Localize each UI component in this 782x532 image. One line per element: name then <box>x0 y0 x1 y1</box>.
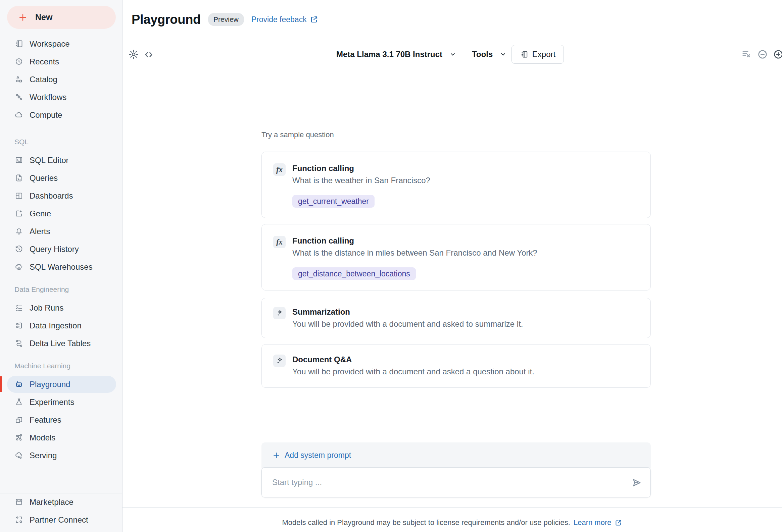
sample-card-function-calling[interactable]: fxFunction callingWhat is the distance i… <box>261 224 651 291</box>
sidebar-item-marketplace[interactable]: Marketplace <box>0 493 122 511</box>
add-system-prompt-button[interactable]: Add system prompt <box>272 451 351 460</box>
cloud-icon <box>14 110 24 119</box>
history-clock-icon <box>14 244 24 254</box>
sample-question-hint: Try a sample question <box>261 130 334 139</box>
sidebar-item-dashboards[interactable]: Dashboards <box>0 187 122 204</box>
code-view-icon[interactable] <box>143 49 154 60</box>
remove-pane-icon[interactable] <box>757 49 768 60</box>
sidebar-item-label: Query History <box>30 244 79 254</box>
clock-icon <box>14 57 24 66</box>
function-icon: fx <box>273 163 286 176</box>
sidebar-item-job-runs[interactable]: Job Runs <box>0 299 122 317</box>
sample-card-document-q-a[interactable]: Document Q&AYou will be provided with a … <box>261 344 651 388</box>
notebook-export-icon <box>520 50 529 59</box>
sidebar-item-catalog[interactable]: Catalog <box>0 70 122 88</box>
provide-feedback-link[interactable]: Provide feeback <box>251 15 319 24</box>
preview-badge: Preview <box>208 13 244 26</box>
sql-editor-icon <box>14 156 24 165</box>
sidebar-item-query-history[interactable]: Query History <box>0 240 122 258</box>
learn-more-link[interactable]: Learn more <box>574 518 611 527</box>
sidebar-item-workflows[interactable]: Workflows <box>0 88 122 106</box>
cloud-serving-icon <box>14 451 24 460</box>
sidebar-item-partner-connect[interactable]: Partner Connect <box>0 511 122 529</box>
clear-history-icon[interactable] <box>741 49 752 60</box>
chat-input[interactable] <box>262 467 650 497</box>
card-title: Document Q&A <box>292 354 534 365</box>
feature-boxes-icon <box>14 415 24 424</box>
sidebar-item-label: Genie <box>30 209 51 218</box>
sidebar-item-label: Delta Live Tables <box>30 339 91 348</box>
chevron-down-icon <box>449 51 456 58</box>
model-selector-label: Meta Llama 3.1 70B Instruct <box>336 50 442 59</box>
notebook-icon <box>14 39 24 48</box>
footer-divider <box>122 507 782 507</box>
sample-card-function-calling[interactable]: fxFunction callingWhat is the weather in… <box>261 152 651 218</box>
add-pane-icon[interactable] <box>773 49 782 60</box>
sparkles-icon <box>273 307 286 319</box>
section-header-data-engineering: Data Engineering <box>0 280 122 299</box>
sidebar-item-recents[interactable]: Recents <box>0 53 122 70</box>
sidebar-item-compute[interactable]: Compute <box>0 106 122 124</box>
pipeline-icon <box>14 339 24 348</box>
session-controls <box>741 49 782 60</box>
sidebar-item-experiments[interactable]: Experiments <box>0 393 122 411</box>
sidebar-item-models[interactable]: Models <box>0 429 122 447</box>
sidebar-item-label: Workflows <box>30 92 66 102</box>
page-title: Playground <box>132 12 201 27</box>
sidebar-item-sql-editor[interactable]: SQL Editor <box>0 151 122 169</box>
export-button-label: Export <box>532 50 556 59</box>
external-link-icon <box>310 15 319 24</box>
tools-selector[interactable]: Tools <box>472 50 507 59</box>
chevron-down-icon <box>499 51 507 58</box>
sidebar-item-playground[interactable]: Playground <box>0 375 122 393</box>
sidebar-item-label: Marketplace <box>30 497 73 507</box>
section-header-sql: SQL <box>0 132 122 151</box>
sidebar-item-alerts[interactable]: Alerts <box>0 222 122 240</box>
sidebar-item-label: Features <box>30 415 62 425</box>
page-header: Playground Preview Provide feeback <box>122 0 782 39</box>
toolbar: Meta Llama 3.1 70B Instruct Tools <box>336 45 507 64</box>
card-title: Function calling <box>292 163 430 174</box>
card-title: Summarization <box>292 307 523 317</box>
sidebar-item-features[interactable]: Features <box>0 411 122 429</box>
sidebar-item-label: Job Runs <box>30 303 64 313</box>
sample-card-summarization[interactable]: SummarizationYou will be provided with a… <box>261 298 651 338</box>
chat-input-container <box>261 467 651 497</box>
sidebar-item-label: Alerts <box>30 227 50 236</box>
add-system-prompt-label: Add system prompt <box>285 451 351 460</box>
sidebar-item-queries[interactable]: Queries <box>0 169 122 187</box>
sidebar-bottom-nav: MarketplacePartner Connect <box>0 493 122 529</box>
sidebar-item-label: Serving <box>30 451 57 460</box>
partner-connect-icon <box>14 515 24 524</box>
send-button[interactable] <box>631 477 642 488</box>
main-area: Playground Preview Provide feeback Meta … <box>122 0 782 532</box>
footer-notice: Models called in Playground may be subje… <box>282 518 570 527</box>
sidebar-item-label: SQL Warehouses <box>30 262 93 272</box>
sidebar-item-label: Dashboards <box>30 191 73 200</box>
bell-icon <box>14 227 24 236</box>
external-link-icon <box>614 519 622 527</box>
model-selector[interactable]: Meta Llama 3.1 70B Instruct <box>336 50 456 59</box>
sidebar-item-genie[interactable]: Genie <box>0 204 122 222</box>
sidebar-item-label: Models <box>30 433 56 443</box>
sidebar-item-sql-warehouses[interactable]: SQL Warehouses <box>0 258 122 276</box>
sidebar-item-label: Queries <box>30 174 58 183</box>
checklist-icon <box>14 303 24 312</box>
sidebar-item-data-ingestion[interactable]: Data Ingestion <box>0 317 122 334</box>
sidebar-item-label: Catalog <box>30 75 58 84</box>
fx-glyph: fx <box>276 165 283 174</box>
footer: Models called in Playground may be subje… <box>122 518 782 527</box>
export-button[interactable]: Export <box>511 45 564 64</box>
new-button[interactable]: New <box>7 6 116 29</box>
function-icon: fx <box>273 236 286 248</box>
sidebar-item-delta-live-tables[interactable]: Delta Live Tables <box>0 334 122 352</box>
sidebar-item-serving[interactable]: Serving <box>0 447 122 464</box>
sidebar-nav: WorkspaceRecentsCatalogWorkflowsComputeS… <box>0 35 122 464</box>
function-tag: get_current_weather <box>292 195 375 207</box>
sidebar-item-workspace[interactable]: Workspace <box>0 35 122 53</box>
settings-gear-icon[interactable] <box>128 49 139 60</box>
send-icon <box>631 484 642 489</box>
robot-icon <box>14 380 24 389</box>
sidebar-item-label: Playground <box>30 380 70 389</box>
sample-question-cards: fxFunction callingWhat is the weather in… <box>261 152 651 388</box>
